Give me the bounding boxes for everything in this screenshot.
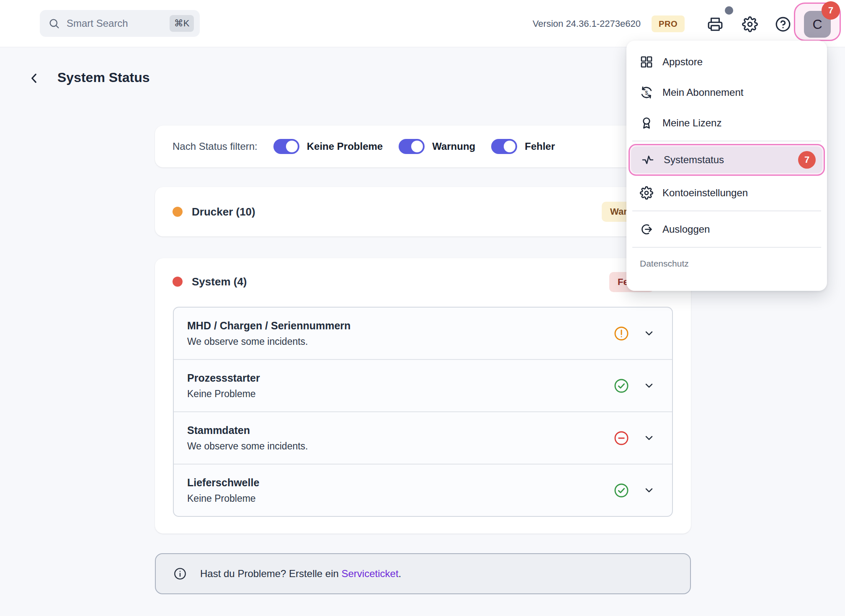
system-item-row[interactable]: MHD / Chargen / Seriennummern We observe… [174,308,672,359]
system-item-row[interactable]: Prozessstarter Keine Probleme [174,359,672,411]
info-icon [173,567,187,580]
svg-text:$: $ [645,89,648,95]
expand-chevron-button[interactable] [643,432,655,444]
item-title: Stammdaten [187,424,672,436]
menu-item-label: Ausloggen [662,223,710,235]
print-button[interactable] [707,16,724,33]
menu-item-label: Systemstatus [664,154,789,166]
status-filter-bar: Nach Status filtern: Keine Probleme Warn… [155,126,691,167]
menu-divider [632,247,821,248]
chevron-down-icon [643,484,655,496]
section-system: System (4) Fehler MHD / Chargen / Serien… [155,258,691,534]
toggle-label: Warnung [432,141,475,152]
expand-chevron-button[interactable] [643,484,655,497]
menu-item-label: Kontoeinstellungen [662,187,748,199]
search-box[interactable]: ⌘K [40,10,200,37]
help-banner: Hast du Probleme? Erstelle ein Serviceti… [155,553,691,594]
system-item-row[interactable]: Stammdaten We observe some incidents. [174,411,672,464]
system-item-row[interactable]: Lieferschwelle Keine Probleme [174,464,672,516]
expand-chevron-button[interactable] [643,327,655,340]
settings-button[interactable] [741,15,759,33]
item-subtitle: We observe some incidents. [187,336,672,347]
chevron-down-icon [643,432,655,444]
help-banner-text: Hast du Probleme? Erstelle ein Serviceti… [200,568,401,580]
notification-dot [725,6,733,15]
search-icon [48,18,60,29]
toggle-knob [286,141,298,152]
license-award-icon [640,116,653,130]
item-subtitle: Keine Probleme [187,493,672,504]
help-button[interactable] [775,16,791,32]
menu-item-ausloggen[interactable]: Ausloggen [626,214,827,244]
avatar-badge: 7 [822,1,840,20]
search-input[interactable] [67,18,163,29]
section-drucker[interactable]: Drucker (10) Warnung [155,187,691,236]
toggle-warnung[interactable] [399,139,425,154]
help-text-suffix: . [399,568,402,579]
toggle-knob [411,141,423,152]
menu-divider [632,141,821,141]
chevron-down-icon [643,380,655,391]
chevron-left-icon [28,72,41,85]
filter-label: Nach Status filtern: [173,141,258,152]
menu-item-label: Meine Lizenz [662,117,721,129]
gear-icon [742,16,758,32]
subscription-icon: $ [640,86,653,99]
menu-item-kontoeinstellungen[interactable]: Kontoeinstellungen [626,177,827,208]
section-title: Drucker (10) [192,205,255,218]
toggle-fehler[interactable] [491,139,517,154]
search-shortcut-badge: ⌘K [170,15,194,32]
section-title: System (4) [192,275,247,288]
toggle-label: Fehler [525,141,555,152]
menu-item-abonnement[interactable]: $ Mein Abonnement [626,77,827,108]
menu-item-appstore[interactable]: Appstore [626,46,827,77]
back-button[interactable] [25,69,44,88]
serviceticket-link[interactable]: Serviceticket [342,568,399,579]
error-dot [173,277,183,287]
help-text-prefix: Hast du Probleme? Erstelle ein [200,568,339,579]
activity-icon [641,153,654,167]
logout-icon [640,223,653,236]
item-subtitle: Keine Probleme [187,388,672,400]
systemstatus-count-badge: 7 [798,151,816,169]
app: ⌘K Version 24.36.1-2273e620 PRO C 7 Syst… [0,0,845,616]
help-icon [775,16,791,32]
item-subtitle: We observe some incidents. [187,441,672,452]
expand-chevron-button[interactable] [643,380,655,392]
section-system-header[interactable]: System (4) [173,270,673,293]
menu-item-systemstatus[interactable]: Systemstatus 7 [631,146,822,173]
menu-divider [632,210,821,211]
chevron-down-icon [643,327,655,339]
filter-toggle-fehler: Fehler [491,139,555,154]
error-status-icon [613,430,629,446]
page-title: System Status [57,70,150,85]
menu-item-label: Appstore [662,56,703,68]
account-menu: Appstore $ Mein Abonnement Meine Lizenz … [626,41,827,291]
version-label: Version 24.36.1-2273e620 [533,0,641,47]
warning-status-icon [613,326,629,341]
printer-icon [707,16,723,32]
system-items-list: MHD / Chargen / Seriennummern We observe… [173,307,673,517]
grid-icon [640,55,653,69]
item-title: MHD / Chargen / Seriennummern [187,320,672,332]
gear-icon [640,186,653,200]
filter-toggle-warnung: Warnung [399,139,475,154]
item-title: Lieferschwelle [187,477,672,489]
menu-item-label: Mein Abonnement [662,87,743,98]
pro-badge: PRO [652,15,685,32]
toggle-keine-probleme[interactable] [273,139,299,154]
warning-dot [173,207,183,217]
menu-item-systemstatus-highlight: Systemstatus 7 [629,144,825,176]
item-title: Prozessstarter [187,372,672,384]
menu-item-datenschutz[interactable]: Datenschutz [626,250,827,277]
toggle-label: Keine Probleme [307,141,383,152]
menu-item-lizenz[interactable]: Meine Lizenz [626,108,827,138]
avatar-button[interactable]: C 7 [794,3,841,41]
toggle-knob [504,141,515,152]
ok-status-icon [613,378,629,394]
ok-status-icon [613,483,629,498]
filter-toggle-keine-probleme: Keine Probleme [273,139,383,154]
